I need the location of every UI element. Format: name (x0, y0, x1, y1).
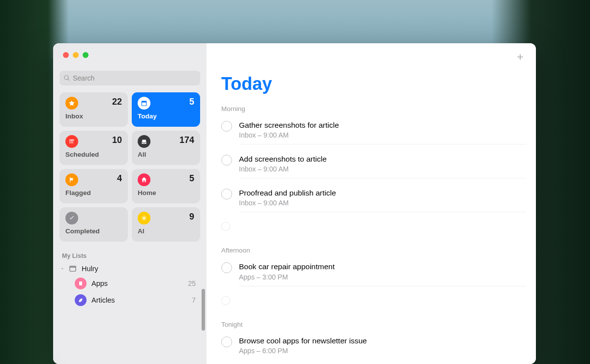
task-subtitle: Apps – 3:00 PM (239, 273, 526, 281)
task-title: Add screenshots to article (239, 154, 526, 164)
main-pane: Today Morning Gather screenshots for art… (206, 43, 536, 364)
task-subtitle: Apps – 6:00 PM (239, 347, 526, 355)
task-row[interactable]: Browse cool apps for newsletter issue Ap… (221, 331, 536, 364)
section-tonight: Tonight Browse cool apps for newsletter … (206, 310, 536, 364)
task-subtitle: Inbox – 9:00 AM (239, 131, 526, 139)
task-row[interactable]: Add screenshots to article Inbox – 9:00 … (221, 149, 536, 183)
plus-icon (515, 52, 525, 62)
app-window: Search 22 Inbox 5 Today (53, 43, 536, 364)
card-scheduled[interactable]: 10 Scheduled (59, 131, 128, 165)
list-count: 25 (188, 280, 196, 287)
card-label: Completed (65, 227, 122, 235)
task-checkbox[interactable] (221, 155, 232, 166)
task-row[interactable]: Book car repair appointment Apps – 3:00 … (221, 257, 536, 291)
folder-name: Hulry (82, 265, 98, 273)
task-checkbox[interactable] (221, 262, 232, 273)
list-label: Articles (91, 296, 115, 304)
close-window-button[interactable] (63, 52, 69, 58)
task-subtitle: Inbox – 9:00 AM (239, 165, 526, 173)
sidebar-scrollbar[interactable] (202, 289, 205, 331)
task-subtitle: Inbox – 9:00 AM (239, 199, 526, 207)
task-checkbox[interactable] (221, 121, 232, 132)
maximize-window-button[interactable] (83, 52, 88, 58)
task-title: Proofread and publish article (239, 188, 526, 198)
folder-hulry[interactable]: Hulry (53, 262, 206, 275)
task-checkbox[interactable] (221, 189, 232, 199)
svg-rect-2 (79, 281, 82, 285)
add-task-button[interactable] (513, 50, 527, 64)
section-label: Afternoon (206, 236, 536, 257)
folder-icon (68, 264, 78, 273)
card-ai[interactable]: 9 AI (132, 207, 200, 242)
section-label: Tonight (206, 310, 536, 331)
card-label: Home (138, 189, 194, 196)
folder-children: Apps 25 Articles 7 (53, 275, 206, 308)
calendar-grid-icon (65, 135, 78, 148)
sidebar: Search 22 Inbox 5 Today (53, 43, 206, 364)
task-row[interactable]: Proofread and publish article Inbox – 9:… (221, 183, 536, 217)
card-count: 5 (189, 173, 194, 184)
star-icon (65, 97, 78, 110)
card-home[interactable]: 5 Home (132, 169, 200, 203)
svg-rect-0 (70, 267, 76, 271)
house-icon (138, 173, 150, 186)
search-input[interactable]: Search (59, 71, 200, 85)
search-placeholder: Search (73, 74, 94, 82)
card-count: 10 (112, 135, 122, 145)
chevron-down-icon (60, 266, 65, 271)
tray-icon (138, 135, 150, 148)
task-placeholder-checkbox[interactable] (221, 222, 230, 231)
task-title: Browse cool apps for newsletter issue (239, 336, 526, 346)
page-title: Today (206, 64, 536, 94)
card-label: Flagged (65, 189, 122, 196)
task-placeholder[interactable] (221, 217, 536, 236)
window-controls (53, 43, 206, 66)
calendar-icon (138, 97, 150, 110)
list-articles[interactable]: Articles 7 (71, 292, 206, 308)
card-label: Today (138, 112, 194, 120)
search-icon (63, 75, 70, 82)
task-title: Book car repair appointment (239, 262, 526, 272)
list-label: Apps (91, 280, 108, 287)
task-title: Gather screenshots for article (239, 120, 526, 130)
section-label: Morning (206, 94, 536, 115)
list-count: 7 (192, 296, 196, 304)
check-icon (65, 212, 78, 224)
task-checkbox[interactable] (221, 336, 232, 347)
card-label: AI (138, 227, 194, 235)
section-afternoon: Afternoon Book car repair appointment Ap… (206, 236, 536, 309)
app-icon (75, 278, 87, 289)
list-apps[interactable]: Apps 25 (71, 275, 206, 292)
card-count: 5 (189, 97, 194, 107)
task-placeholder[interactable] (221, 291, 536, 310)
section-morning: Morning Gather screenshots for article I… (206, 94, 536, 236)
card-completed[interactable]: Completed (59, 207, 128, 242)
task-row[interactable]: Gather screenshots for article Inbox – 9… (221, 115, 536, 149)
card-count: 22 (112, 97, 122, 107)
card-today[interactable]: 5 Today (132, 92, 200, 127)
smart-list-cards: 22 Inbox 5 Today 10 (53, 85, 206, 247)
asterisk-icon (138, 212, 150, 224)
card-count: 9 (189, 212, 194, 222)
flag-icon (65, 173, 78, 186)
card-count: 4 (117, 173, 122, 184)
card-inbox[interactable]: 22 Inbox (59, 92, 128, 127)
card-all[interactable]: 174 All (132, 131, 200, 165)
card-count: 174 (179, 135, 194, 145)
card-flagged[interactable]: 4 Flagged (59, 169, 128, 203)
card-label: Inbox (65, 112, 122, 120)
task-placeholder-checkbox[interactable] (221, 296, 230, 305)
card-label: All (138, 151, 194, 158)
card-label: Scheduled (65, 151, 122, 158)
minimize-window-button[interactable] (73, 52, 79, 58)
leaf-icon (75, 294, 87, 306)
mylists-header: My Lists (53, 247, 206, 262)
